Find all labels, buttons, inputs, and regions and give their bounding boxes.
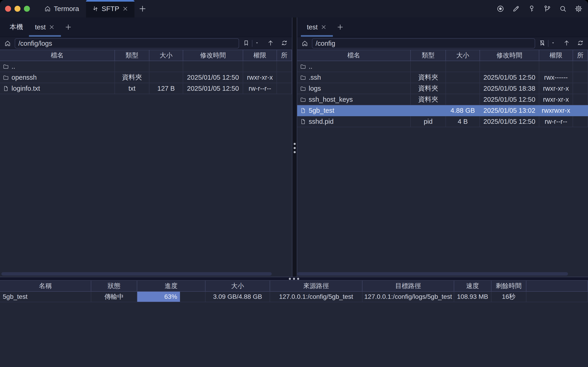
keychain-button[interactable] xyxy=(542,3,553,15)
column-header-owner[interactable]: 所 xyxy=(573,50,588,61)
transfer-blank-cell xyxy=(526,292,588,302)
tab-termora[interactable]: Termora xyxy=(37,0,86,17)
bookmark-menu-button[interactable] xyxy=(551,41,555,46)
bookmark-icon xyxy=(243,40,250,46)
right-table-header: 檔名 類型 大小 修改時間 權限 所 xyxy=(297,50,588,61)
bookmark-button[interactable] xyxy=(243,40,250,47)
tab-test-left[interactable]: test xyxy=(29,17,61,37)
left-new-tab-button[interactable] xyxy=(61,17,76,37)
file-owner-cell xyxy=(277,72,292,83)
bookmark-menu-button[interactable] xyxy=(255,41,259,46)
transfer-panel: 名稱 狀態 進度 大小 來源路徑 目標路徑 速度 剩餘時間 5gb_test傳輸… xyxy=(0,281,588,367)
file-owner-cell xyxy=(573,105,588,116)
pane-vertical-splitter[interactable] xyxy=(292,17,297,277)
column-header-target[interactable]: 目標路徑 xyxy=(363,281,454,291)
home-icon xyxy=(301,40,308,47)
splitter-grip-icon xyxy=(294,143,296,153)
transfer-row[interactable]: 5gb_test傳輸中63%3.09 GB/4.88 GB127.0.0.1:/… xyxy=(0,292,588,302)
file-row[interactable]: ssh_host_keys資料夾2025/01/05 12:50rwxr-xr-… xyxy=(297,94,588,105)
left-path-input[interactable] xyxy=(15,38,239,49)
column-header-mtime[interactable]: 修改時間 xyxy=(183,50,243,61)
file-mtime-cell: 2025/01/05 12:50 xyxy=(183,83,243,94)
new-tab-button[interactable] xyxy=(135,0,151,17)
column-header-name[interactable]: 名稱 xyxy=(0,281,91,291)
transfer-panel-splitter[interactable] xyxy=(0,277,588,281)
file-name-cell: ssh_host_keys xyxy=(297,94,411,105)
file-row[interactable]: openssh資料夾2025/01/05 12:50rwxr-xr-x xyxy=(0,72,292,83)
chevron-down-icon xyxy=(255,41,259,45)
left-horizontal-scrollbar[interactable] xyxy=(1,272,272,275)
file-row[interactable]: 5gb_test4.88 GB2025/01/05 13:02rwxrwxr-x xyxy=(297,105,588,116)
file-name-cell: 5gb_test xyxy=(297,105,411,116)
column-header-progress[interactable]: 進度 xyxy=(137,281,205,291)
close-window-button[interactable] xyxy=(5,6,11,12)
file-row[interactable]: loginfo.txttxt127 B2025/01/05 12:50rw-r-… xyxy=(0,83,292,94)
column-header-status[interactable]: 狀態 xyxy=(91,281,137,291)
left-path-tools xyxy=(241,40,289,47)
search-button[interactable] xyxy=(557,3,569,15)
file-row[interactable]: .. xyxy=(297,61,588,72)
keys-button[interactable] xyxy=(526,3,537,15)
edit-button[interactable] xyxy=(510,3,522,15)
file-name-cell: .. xyxy=(0,61,115,72)
column-header-owner[interactable]: 所 xyxy=(277,50,292,61)
file-mtime-cell: 2025/01/05 13:02 xyxy=(480,105,539,116)
right-home-button[interactable] xyxy=(300,39,310,48)
right-pathbar xyxy=(297,37,588,50)
file-row[interactable]: logs資料夾2025/01/05 18:38rwxr-xr-x xyxy=(297,83,588,94)
column-header-size[interactable]: 大小 xyxy=(205,281,270,291)
go-up-button[interactable] xyxy=(267,40,274,47)
tab-local[interactable]: 本機 xyxy=(4,17,29,37)
column-header-perm[interactable]: 權限 xyxy=(539,50,573,61)
right-new-tab-button[interactable] xyxy=(333,17,348,37)
file-row[interactable]: .ssh資料夾2025/01/05 12:50rwx------ xyxy=(297,72,588,83)
file-perm-cell: rwxr-xr-x xyxy=(539,83,573,94)
tab-sftp[interactable]: SFTP xyxy=(86,0,135,17)
column-header-speed[interactable]: 速度 xyxy=(454,281,491,291)
chevron-down-icon xyxy=(551,41,555,45)
close-tab-icon[interactable] xyxy=(122,6,128,12)
file-name-cell: sshd.pid xyxy=(297,116,411,127)
column-header-size[interactable]: 大小 xyxy=(149,50,183,61)
close-icon[interactable] xyxy=(320,24,327,30)
column-header-mtime[interactable]: 修改時間 xyxy=(480,50,539,61)
key-icon xyxy=(528,5,536,13)
right-path-input[interactable] xyxy=(312,38,535,49)
settings-button[interactable] xyxy=(573,3,584,15)
file-type-cell xyxy=(115,61,149,72)
column-header-source[interactable]: 來源路徑 xyxy=(270,281,363,291)
file-owner-cell xyxy=(277,83,292,94)
transfer-table-header: 名稱 狀態 進度 大小 來源路徑 目標路徑 速度 剩餘時間 xyxy=(0,281,588,292)
file-owner-cell xyxy=(277,61,292,72)
column-header-perm[interactable]: 權限 xyxy=(243,50,277,61)
refresh-button[interactable] xyxy=(577,40,584,47)
column-header-name[interactable]: 檔名 xyxy=(0,50,115,61)
right-pane-tabbar: test xyxy=(297,17,588,37)
file-mtime-cell: 2025/01/05 12:50 xyxy=(480,116,539,127)
home-icon xyxy=(4,40,11,47)
close-icon[interactable] xyxy=(49,24,55,30)
tab-test-right[interactable]: test xyxy=(301,17,333,37)
file-row[interactable]: .. xyxy=(0,61,292,72)
file-icon xyxy=(3,85,9,92)
sftp-tab-label: SFTP xyxy=(102,5,119,13)
minimize-window-button[interactable] xyxy=(15,6,20,12)
plus-icon xyxy=(65,24,72,31)
zoom-window-button[interactable] xyxy=(24,6,30,12)
gear-icon xyxy=(575,5,582,13)
file-row[interactable]: sshd.pidpid4 B2025/01/05 12:50rw-r--r-- xyxy=(297,116,588,127)
go-up-button[interactable] xyxy=(563,40,570,47)
file-size-cell xyxy=(446,83,480,94)
file-owner-cell xyxy=(573,72,588,83)
bookmark-off-button[interactable] xyxy=(539,40,546,47)
left-home-button[interactable] xyxy=(3,39,12,48)
record-button[interactable] xyxy=(495,3,506,15)
column-header-size[interactable]: 大小 xyxy=(446,50,480,61)
column-header-remaining[interactable]: 剩餘時間 xyxy=(491,281,526,291)
column-header-type[interactable]: 類型 xyxy=(411,50,446,61)
file-mtime-cell xyxy=(183,61,243,72)
right-horizontal-scrollbar[interactable] xyxy=(297,272,568,275)
column-header-type[interactable]: 類型 xyxy=(115,50,149,61)
column-header-name[interactable]: 檔名 xyxy=(297,50,411,61)
refresh-button[interactable] xyxy=(281,40,288,47)
